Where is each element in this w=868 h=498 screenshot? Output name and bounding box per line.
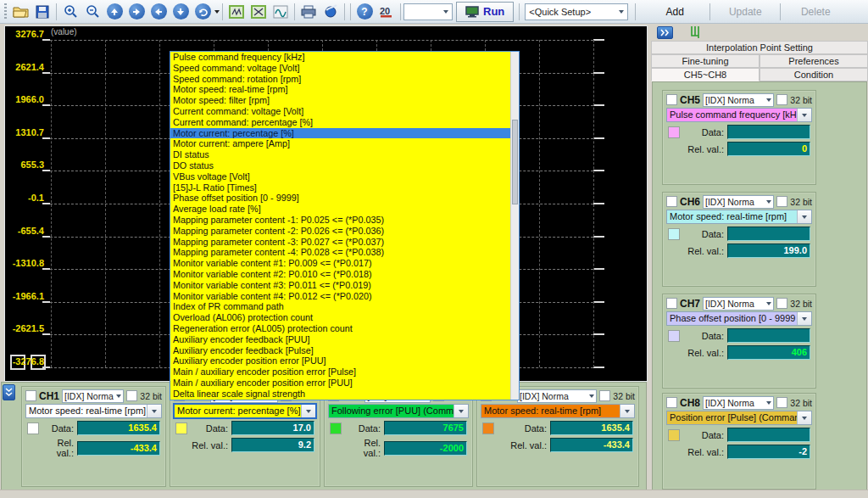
signal-select[interactable]: Phase offset position [0 - 9999	[666, 311, 812, 326]
list-item[interactable]: Motor current: ampere [Amp]	[170, 138, 510, 149]
update-button[interactable]: Update	[713, 3, 777, 21]
y-axis-label: -655.4	[5, 226, 44, 236]
bit32-checkbox[interactable]	[599, 390, 610, 401]
channel-enable-checkbox[interactable]	[666, 397, 677, 408]
channel-mode-select[interactable]: [IDX] Norma	[703, 93, 774, 107]
signal-select[interactable]: Following error [PUU] (Comman	[328, 404, 469, 418]
open-button[interactable]	[9, 2, 31, 22]
list-item[interactable]: Pulse command frequency [kHz]	[170, 52, 510, 63]
save-button[interactable]	[31, 2, 53, 22]
list-item[interactable]: Auxiliary encoder feedback [Pulse]	[170, 345, 510, 356]
list-item[interactable]: Monitor variable content #1: P0.009 <= (…	[170, 258, 510, 269]
sampling-20-button[interactable]: 20	[376, 2, 398, 22]
undo-dropdown-caret[interactable]	[214, 10, 220, 14]
zoom-out-button[interactable]	[81, 2, 103, 22]
list-item[interactable]: Monitor variable content #3: P0.011 <= (…	[170, 280, 510, 291]
channel-panel-ch4: CH4 [IDX] Norma 32 bit Motor speed: real…	[476, 386, 639, 487]
help-button[interactable]: ?	[353, 2, 376, 22]
expand-panel-button[interactable]	[657, 26, 673, 39]
signal-select[interactable]: Position error [Pulse] (Comman	[666, 411, 812, 425]
delete-button[interactable]: Delete	[783, 3, 848, 21]
chevron-down-icon	[589, 394, 594, 398]
list-item[interactable]: Delta linear scale signal strength	[170, 389, 510, 400]
list-item[interactable]: Auxiliary encoder position error [PUU]	[170, 355, 510, 367]
tab-ch5-ch8[interactable]: CH5~CH8	[651, 68, 760, 81]
pan-down-button[interactable]	[170, 2, 192, 22]
list-item[interactable]: Current command: voltage [Volt]	[170, 106, 510, 117]
channel-enable-checkbox[interactable]	[666, 196, 677, 207]
list-item[interactable]: Mapping parameter content -3: P0.027 <= …	[170, 237, 510, 248]
signal-select[interactable]: Motor speed: real-time [rpm]	[481, 404, 635, 418]
channel-enable-checkbox[interactable]	[666, 94, 677, 105]
list-item[interactable]: Mapping parameter content -4: P0.028 <= …	[170, 247, 510, 258]
list-scrollbar[interactable]	[510, 52, 519, 400]
list-item[interactable]: Auxiliary encoder feedback [PUU]	[170, 334, 510, 345]
channel-mode-select[interactable]: [IDX] Norma	[517, 389, 597, 403]
undo-button[interactable]	[192, 2, 214, 22]
collapse-panel-button[interactable]	[3, 384, 15, 400]
list-item[interactable]: Average load rate [%]	[170, 204, 510, 215]
zoom-in-button[interactable]	[59, 2, 81, 22]
list-item[interactable]: Regeneration error (AL005) protection co…	[170, 323, 510, 334]
sync-icon	[324, 4, 338, 19]
list-item[interactable]: Speed command: rotation [rpm]	[170, 74, 510, 85]
signal-select[interactable]: Motor speed: real-time [rpm]	[666, 210, 812, 224]
tab-condition[interactable]: Condition	[760, 68, 868, 81]
channel-enable-checkbox[interactable]	[25, 390, 36, 401]
list-item[interactable]: DI status	[170, 149, 510, 160]
list-item[interactable]: Phase offset position [0 - 9999]	[170, 193, 510, 204]
tab-interpolation-point-setting[interactable]: Interpolation Point Setting	[651, 41, 868, 54]
pin-icon[interactable]	[689, 25, 701, 39]
axis-tick	[593, 72, 604, 74]
axis-tick	[593, 170, 604, 171]
list-scrollbar-thumb[interactable]	[512, 120, 518, 204]
bit32-checkbox[interactable]	[126, 390, 137, 401]
channel-mode-select[interactable]: [IDX] Norma	[703, 195, 774, 209]
list-item[interactable]: [15]J-L Ratio [Times]	[170, 182, 510, 193]
list-item[interactable]: VBus voltage [Volt]	[170, 171, 510, 182]
bit32-checkbox[interactable]	[776, 94, 787, 105]
channel-panel-ch5: CH5 [IDX] Norma 32 bit Pulse command fre…	[662, 90, 816, 185]
bit32-checkbox[interactable]	[776, 397, 787, 408]
tab-fine-tuning[interactable]: Fine-tuning	[651, 54, 760, 68]
list-item[interactable]: Monitor variable content #4: P0.012 <= (…	[170, 291, 510, 302]
print-button[interactable]	[298, 2, 320, 22]
bit32-checkbox[interactable]	[776, 196, 787, 207]
zoom-out-icon	[86, 4, 100, 19]
list-item[interactable]: Index of PR command path	[170, 301, 510, 312]
bit32-checkbox[interactable]	[776, 298, 787, 309]
undo-icon	[195, 3, 211, 20]
sync-button[interactable]	[320, 2, 342, 22]
fit-screen-button[interactable]	[248, 2, 270, 22]
channel-mode-select[interactable]: [IDX] Norma	[703, 396, 774, 410]
pan-up-button[interactable]	[103, 2, 125, 22]
signal-select[interactable]: Motor speed: real-time [rpm]	[25, 404, 162, 418]
list-item[interactable]: Motor current: percentage [%]	[170, 128, 510, 139]
signal-select[interactable]: Pulse command frequency [kH	[666, 108, 812, 122]
fit-horizontal-button[interactable]	[225, 2, 248, 22]
tab-preferences[interactable]: Preferences	[760, 54, 868, 68]
list-item[interactable]: Speed command: voltage [Volt]	[170, 63, 510, 74]
list-item[interactable]: DO status	[170, 160, 510, 171]
waveform-button[interactable]	[270, 2, 292, 22]
toolbar-grip[interactable]	[4, 3, 7, 20]
list-item[interactable]: Motor speed: filter [rpm]	[170, 95, 510, 106]
list-item[interactable]: Main / auxiliary encoder position error …	[170, 367, 510, 378]
channel-mode-select[interactable]: [IDX] Norma	[62, 389, 124, 403]
list-item[interactable]: Monitor variable content #2: P0.010 <= (…	[170, 269, 510, 280]
run-button[interactable]: Run	[456, 2, 514, 22]
list-item[interactable]: Motor speed: real-time [rpm]	[170, 84, 510, 95]
list-item[interactable]: Current command: percentage [%]	[170, 117, 510, 128]
channel-mode-select[interactable]: [IDX] Norma	[703, 297, 774, 311]
pan-right-button[interactable]	[125, 2, 147, 22]
list-item[interactable]: Mapping parameter content -1: P0.025 <= …	[170, 215, 510, 226]
channel-toolbar-select[interactable]	[403, 3, 453, 20]
quick-setup-select[interactable]: <Quick Setup>	[525, 3, 628, 20]
signal-select[interactable]: Motor current: percentage [%]	[174, 404, 316, 418]
pan-left-button[interactable]	[147, 2, 170, 22]
list-item[interactable]: Mapping parameter content -2: P0.026 <= …	[170, 226, 510, 237]
channel-enable-checkbox[interactable]	[666, 298, 677, 309]
list-item[interactable]: Overload (AL006) protection count	[170, 312, 510, 323]
add-button[interactable]: Add	[643, 3, 707, 21]
list-item[interactable]: Main / auxiliary encoder position error …	[170, 378, 510, 389]
